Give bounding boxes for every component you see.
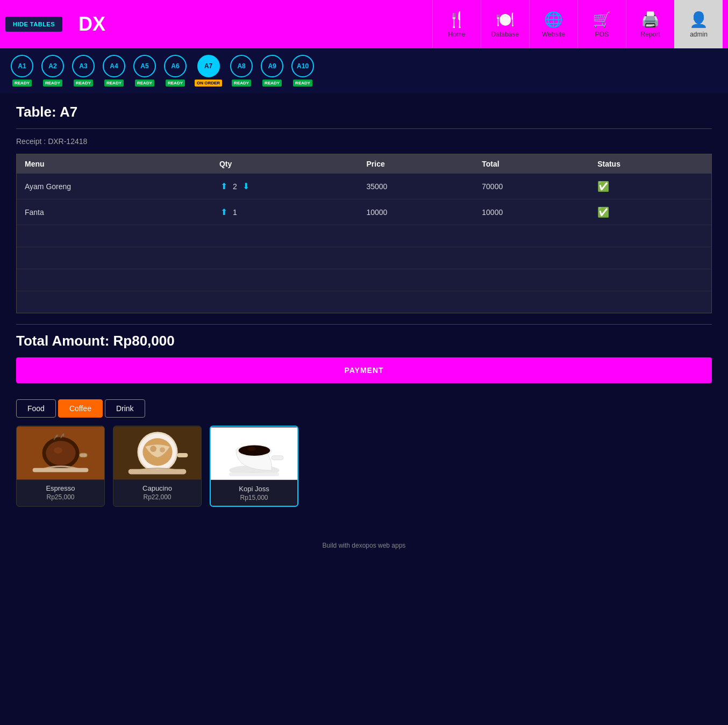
svg-point-3 (54, 447, 62, 454)
report-nav-icon: 🖨️ (641, 11, 660, 28)
logo: DX (78, 13, 105, 35)
empty-cell (474, 291, 589, 313)
pos-nav-icon: 🛒 (593, 11, 611, 28)
menu-card-name: Kopi Joss (211, 480, 297, 494)
empty-cell (358, 291, 474, 313)
report-nav-label: Report (640, 31, 660, 38)
empty-cell (474, 247, 589, 269)
menu-card-price: Rp25,000 (17, 493, 104, 505)
table-status-a6: READY (166, 80, 185, 87)
total-cell: 70000 (474, 174, 589, 199)
table-status-a9: READY (262, 80, 282, 87)
order-table-container: MenuQtyPriceTotalStatus Ayam Goreng ⬆ 2 … (16, 154, 712, 313)
qty-up-btn[interactable]: ⬆ (219, 206, 229, 218)
empty-cell (17, 291, 211, 313)
table-badge-a1[interactable]: A1 (11, 55, 33, 77)
qty-value: 2 (233, 182, 237, 191)
hide-tables-button[interactable]: HIDE TABLES (5, 17, 62, 32)
svg-point-10 (150, 446, 156, 452)
table-badge-a10[interactable]: A10 (291, 55, 314, 77)
divider-2 (16, 324, 712, 325)
nav-item-website[interactable]: 🌐 Website (529, 0, 577, 48)
qty-down-btn[interactable]: ⬇ (241, 180, 251, 192)
table-badge-container-a10: A10READY (291, 55, 314, 87)
nav-item-home[interactable]: 🍴 Home (432, 0, 481, 48)
nav-item-database[interactable]: 🍽️ Database (481, 0, 529, 48)
payment-button[interactable]: PAYMENT (16, 357, 712, 383)
nav-item-report[interactable]: 🖨️ Report (626, 0, 674, 48)
empty-cell (589, 225, 711, 247)
table-badge-a3[interactable]: A3 (72, 55, 95, 77)
admin-nav-icon: 👤 (689, 11, 708, 28)
pos-nav-label: POS (595, 31, 609, 38)
qty-value: 1 (233, 208, 237, 217)
total-cell: 10000 (474, 199, 589, 225)
table-status-a5: READY (135, 80, 154, 87)
table-status-a1: READY (12, 80, 32, 87)
table-row: Fanta ⬆ 1 1000010000✅ (17, 199, 711, 225)
svg-rect-13 (129, 469, 187, 475)
status-cell: ✅ (589, 199, 711, 225)
col-header-menu: Menu (17, 154, 211, 174)
col-header-price: Price (358, 154, 474, 174)
empty-cell (211, 291, 359, 313)
table-badge-container-a7: A7ON ORDER (195, 55, 222, 87)
table-badge-container-a3: A3READY (72, 55, 95, 87)
svg-rect-20 (229, 472, 279, 476)
nav-bar: 🍴 Home🍽️ Database🌐 Website🛒 POS🖨️ Report… (432, 0, 723, 48)
table-badge-container-a4: A4READY (103, 55, 125, 87)
table-status-a2: READY (43, 80, 62, 87)
table-badge-container-a1: A1READY (11, 55, 33, 87)
footer: Build with dexopos web apps (0, 534, 728, 557)
nav-item-admin[interactable]: 👤 admin (674, 0, 723, 48)
table-row-empty (17, 225, 711, 247)
empty-cell (474, 225, 589, 247)
empty-cell (589, 247, 711, 269)
table-badge-a8[interactable]: A8 (230, 55, 253, 77)
price-cell: 35000 (358, 174, 474, 199)
table-selector: A1READYA2READYA3READYA4READYA5READYA6REA… (0, 48, 728, 93)
qty-up-btn[interactable]: ⬆ (219, 180, 229, 192)
page-title: Table: A7 (16, 104, 712, 120)
table-status-a7: ON ORDER (195, 80, 222, 87)
menu-cell: Fanta (17, 199, 211, 225)
col-header-qty: Qty (211, 154, 359, 174)
footer-text: Build with dexopos web apps (323, 542, 406, 549)
empty-cell (358, 225, 474, 247)
status-cell: ✅ (589, 174, 711, 199)
col-header-total: Total (474, 154, 589, 174)
table-badge-a7[interactable]: A7 (197, 55, 220, 77)
order-table: MenuQtyPriceTotalStatus Ayam Goreng ⬆ 2 … (17, 154, 711, 313)
table-badge-container-a8: A8READY (230, 55, 253, 87)
svg-point-11 (160, 447, 165, 453)
total-amount: Total Amount: Rp80,000 (16, 333, 712, 349)
empty-cell (474, 269, 589, 291)
table-badge-a6[interactable]: A6 (164, 55, 187, 77)
svg-point-18 (247, 447, 256, 451)
table-badge-a9[interactable]: A9 (261, 55, 283, 77)
svg-rect-12 (177, 453, 188, 457)
qty-cell: ⬆ 2 ⬇ (211, 174, 359, 199)
table-badge-a4[interactable]: A4 (103, 55, 125, 77)
table-row-empty (17, 247, 711, 269)
table-badge-a5[interactable]: A5 (133, 55, 156, 77)
table-row-empty (17, 269, 711, 291)
espresso-image (17, 426, 104, 480)
table-badge-a2[interactable]: A2 (41, 55, 64, 77)
menu-card-capucino[interactable]: CapucinoRp22,000 (113, 426, 202, 507)
empty-cell (358, 247, 474, 269)
menu-card-espresso[interactable]: EspressoRp25,000 (16, 426, 105, 507)
tab-coffee[interactable]: Coffee (58, 399, 103, 418)
tab-food[interactable]: Food (16, 399, 56, 418)
menu-cell: Ayam Goreng (17, 174, 211, 199)
tab-drink[interactable]: Drink (105, 399, 145, 418)
home-nav-label: Home (448, 31, 465, 38)
table-badge-container-a2: A2READY (41, 55, 64, 87)
table-badge-container-a5: A5READY (133, 55, 156, 87)
menu-card-kopi-joss[interactable]: Kopi JossRp15,000 (210, 426, 298, 507)
kopijoss-image (211, 427, 297, 480)
nav-item-pos[interactable]: 🛒 POS (577, 0, 626, 48)
admin-nav-label: admin (690, 31, 708, 38)
table-status-a10: READY (293, 80, 312, 87)
empty-cell (211, 269, 359, 291)
